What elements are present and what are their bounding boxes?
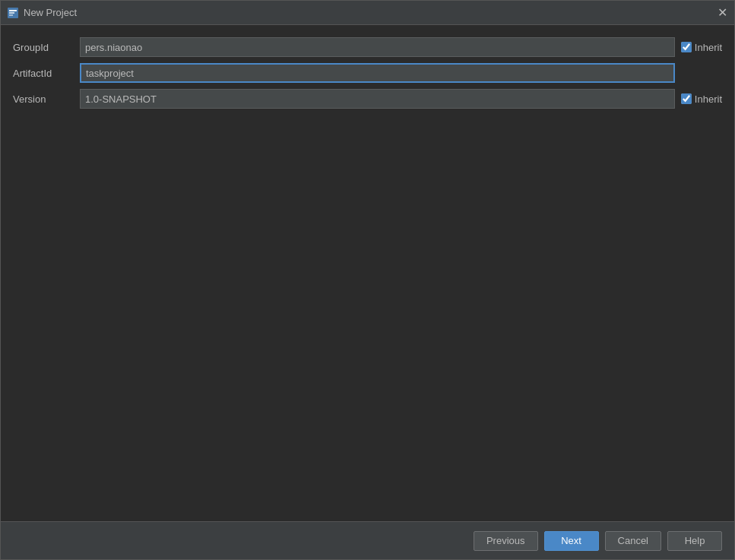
svg-rect-3	[9, 14, 13, 16]
group-id-label: GroupId	[13, 42, 74, 53]
svg-rect-2	[9, 12, 14, 14]
bottom-bar: Previous Next Cancel Help	[1, 521, 734, 559]
group-id-inherit-checkbox[interactable]	[681, 42, 692, 52]
version-label: Version	[13, 93, 74, 105]
group-id-inherit-wrapper: Inherit	[681, 42, 722, 53]
app-icon	[7, 7, 19, 19]
artifact-id-label: ArtifactId	[13, 68, 74, 79]
title-bar-left: New Project	[7, 7, 77, 19]
version-input[interactable]	[80, 89, 675, 109]
form-grid: GroupId Inherit ArtifactId Version Inher…	[13, 37, 722, 109]
title-bar: New Project ✕	[1, 1, 734, 25]
version-inherit-wrapper: Inherit	[681, 93, 722, 105]
title-text: New Project	[24, 7, 77, 18]
group-id-input[interactable]	[80, 37, 675, 57]
artifact-id-input[interactable]	[80, 63, 675, 83]
new-project-dialog: New Project ✕ GroupId Inherit ArtifactId…	[0, 0, 735, 560]
cancel-button[interactable]: Cancel	[605, 531, 661, 551]
close-button[interactable]: ✕	[716, 7, 728, 19]
next-button[interactable]: Next	[544, 531, 599, 551]
svg-rect-1	[9, 10, 17, 11]
content-area: GroupId Inherit ArtifactId Version Inher…	[1, 25, 734, 521]
group-id-inherit-label: Inherit	[695, 42, 722, 53]
help-button[interactable]: Help	[667, 531, 722, 551]
version-inherit-checkbox[interactable]	[681, 93, 692, 104]
spacer	[13, 109, 722, 521]
previous-button[interactable]: Previous	[474, 531, 538, 551]
version-inherit-label: Inherit	[695, 93, 722, 105]
